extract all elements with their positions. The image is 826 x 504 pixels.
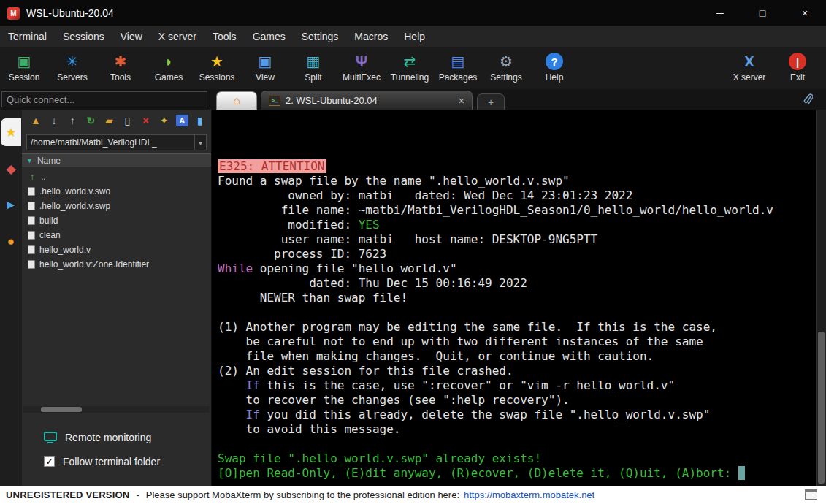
- statusbar-link[interactable]: https://mobaxterm.mobatek.net: [464, 489, 594, 500]
- toolbar-button-split[interactable]: ▦Split: [289, 52, 337, 83]
- terminal-line: to recover the changes (see ":help recov…: [218, 393, 813, 408]
- file-new-icon[interactable]: ▯: [119, 113, 135, 128]
- file-icon: [28, 245, 35, 254]
- menu-item-view[interactable]: View: [112, 26, 150, 47]
- terminal-line: file name: ~matbi/Matbi_VerilogHDL_Seaso…: [218, 203, 813, 218]
- new-tab-icon: +: [488, 96, 494, 108]
- file-icon: [28, 216, 35, 225]
- file-icon: [28, 260, 35, 269]
- mobaxterm-logo-icon: M: [7, 7, 20, 20]
- tools-icon: ✱: [111, 52, 130, 71]
- folder-up-icon[interactable]: ▲: [28, 113, 44, 128]
- title-bar: M WSL-Ubuntu-20.04 ─□×: [0, 0, 826, 26]
- remote-monitoring-button[interactable]: Remote monitoring: [44, 432, 211, 444]
- toolbar-button-exit[interactable]: |Exit: [773, 52, 822, 83]
- follow-terminal-folder-checkbox[interactable]: ✓ Follow terminal folder: [44, 456, 211, 467]
- horizontal-scrollbar[interactable]: [23, 406, 210, 413]
- side-strip-item-macros-panel[interactable]: ●: [1, 228, 21, 256]
- menu-item-help[interactable]: Help: [396, 26, 433, 47]
- maximize-icon: □: [760, 7, 765, 19]
- toolbar-button-label: X server: [733, 72, 766, 83]
- side-strip-item-tools-panel[interactable]: ◆: [1, 155, 21, 183]
- folder-icon[interactable]: ▰: [101, 113, 117, 128]
- file-row[interactable]: .hello_world.v.swp: [22, 199, 211, 213]
- minimize-button[interactable]: ─: [699, 0, 741, 26]
- side-strip-item-favorites-star[interactable]: ★: [1, 118, 21, 146]
- file-row[interactable]: clean: [22, 228, 211, 243]
- menu-item-sessions[interactable]: Sessions: [55, 26, 112, 47]
- quick-connect-input[interactable]: [1, 91, 207, 107]
- toolbar-button-games[interactable]: ◗Games: [145, 52, 193, 83]
- toolbar-button-packages[interactable]: ▤Packages: [434, 52, 482, 83]
- upload-icon[interactable]: ↑: [64, 113, 80, 128]
- terminal-line: to avoid this message.: [218, 422, 813, 437]
- tabs: ⌂ >_ 2. WSL-Ubuntu-20.04 × +: [216, 91, 505, 110]
- file-row[interactable]: .hello_world.v.swo: [22, 184, 211, 199]
- terminal-line: If this is the case, use ":recover" or "…: [218, 378, 813, 393]
- file-name: build: [39, 215, 58, 226]
- menu-item-terminal[interactable]: Terminal: [0, 26, 55, 47]
- encoding-icon[interactable]: A: [176, 115, 188, 126]
- maximize-button[interactable]: □: [741, 0, 784, 26]
- tab-label: 2. WSL-Ubuntu-20.04: [286, 95, 378, 106]
- view-icon: ▣: [256, 52, 275, 71]
- tab-wsl-ubuntu[interactable]: >_ 2. WSL-Ubuntu-20.04 ×: [261, 91, 473, 110]
- terminal-line: dated: Thu Dec 15 00:16:49 2022: [218, 276, 813, 291]
- monitor-icon: [44, 432, 57, 441]
- new-tab-button[interactable]: +: [477, 93, 505, 110]
- attachments-icon[interactable]: [803, 93, 813, 106]
- file-name: hello_world.v: [39, 245, 91, 255]
- terminal-scrollbar-thumb[interactable]: [818, 332, 825, 484]
- toolbar-button-help[interactable]: ?Help: [530, 52, 578, 83]
- main-toolbar: ▣Session✳Servers✱Tools◗Games★Sessions▣Vi…: [0, 47, 826, 89]
- toolbar-button-label: Tools: [110, 72, 131, 83]
- refresh-icon[interactable]: ↻: [83, 113, 99, 128]
- menu-item-tools[interactable]: Tools: [204, 26, 245, 47]
- toolbar-button-multiexec[interactable]: ΨMultiExec: [337, 52, 386, 83]
- name-column-header: Name: [37, 156, 61, 166]
- sidebar-footer: Remote monitoring ✓ Follow terminal fold…: [22, 413, 211, 486]
- close-button[interactable]: ×: [784, 0, 826, 26]
- toolbar-button-view[interactable]: ▣View: [241, 52, 289, 83]
- toolbar-button-sessions[interactable]: ★Sessions: [193, 52, 241, 83]
- toolbar-button-tools[interactable]: ✱Tools: [96, 52, 145, 83]
- toolbar-button-tunneling[interactable]: ⇄Tunneling: [386, 52, 434, 83]
- statusbar-message: Please support MobaXterm by subscribing …: [146, 489, 459, 500]
- home-icon: ⌂: [233, 94, 240, 107]
- toolbar-button-session[interactable]: ▣Session: [0, 52, 48, 83]
- toolbar-button-label: MultiExec: [343, 72, 381, 83]
- menu-item-macros[interactable]: Macros: [346, 26, 396, 47]
- menu-item-settings[interactable]: Settings: [294, 26, 347, 47]
- home-tab[interactable]: ⌂: [216, 91, 257, 110]
- minimize-icon: ─: [716, 7, 724, 19]
- file-row[interactable]: build: [22, 213, 211, 228]
- menu-item-x-server[interactable]: X server: [150, 26, 204, 47]
- horizontal-scrollbar-thumb[interactable]: [41, 407, 82, 412]
- key-icon[interactable]: ✦: [156, 113, 172, 128]
- servers-icon: ✳: [63, 52, 82, 71]
- file-list-header[interactable]: ▼ Name: [22, 153, 211, 167]
- terminal-sync-icon[interactable]: ▮: [192, 113, 208, 128]
- download-icon[interactable]: ↓: [46, 113, 62, 128]
- side-strip-item-send-panel[interactable]: ►: [1, 191, 21, 219]
- file-row[interactable]: hello_world.v:Zone.Identifier: [22, 257, 211, 272]
- path-dropdown[interactable]: /home/matbi/Matbi_VerilogHDL_ ▾: [26, 134, 207, 150]
- file-icon: [28, 187, 35, 196]
- terminal[interactable]: E325: ATTENTIONFound a swap file by the …: [212, 110, 826, 486]
- menu-item-games[interactable]: Games: [245, 26, 294, 47]
- toolbar-button-label: Exit: [790, 72, 805, 83]
- tab-close-icon[interactable]: ×: [445, 95, 464, 107]
- terminal-scrollbar[interactable]: [816, 110, 826, 486]
- help-icon: ?: [546, 53, 563, 70]
- delete-icon[interactable]: ×: [137, 113, 153, 128]
- file-row[interactable]: ↑..: [22, 169, 211, 184]
- toolbar-button-settings[interactable]: ⚙Settings: [482, 52, 530, 83]
- file-row[interactable]: hello_world.v: [22, 243, 211, 257]
- terminal-line: (2) An edit session for this file crashe…: [218, 364, 813, 378]
- path-chevron-icon[interactable]: ▾: [194, 135, 206, 150]
- toolbar-button-servers[interactable]: ✳Servers: [48, 52, 96, 83]
- exit-icon: |: [789, 53, 806, 70]
- toolbar-button-x-server[interactable]: XX server: [725, 52, 773, 83]
- file-name: .hello_world.v.swo: [39, 186, 110, 196]
- path-value: /home/matbi/Matbi_VerilogHDL_: [31, 137, 157, 148]
